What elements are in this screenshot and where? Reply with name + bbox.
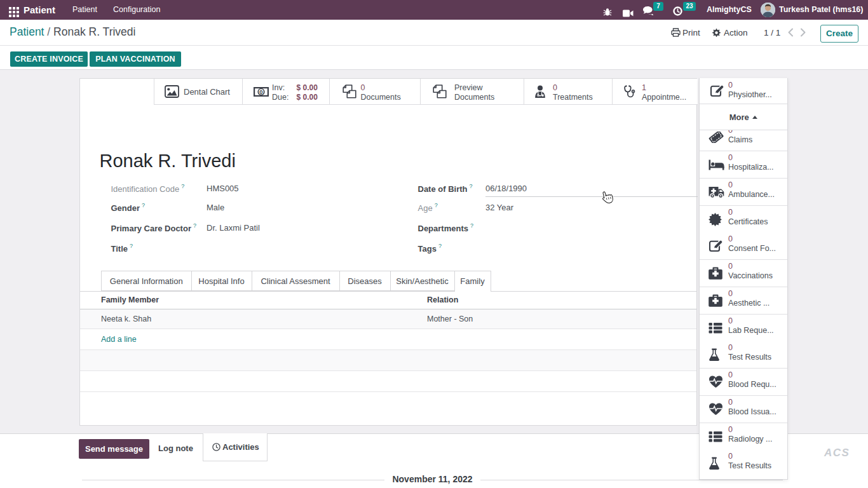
svg-text:0: 0 xyxy=(259,88,262,95)
